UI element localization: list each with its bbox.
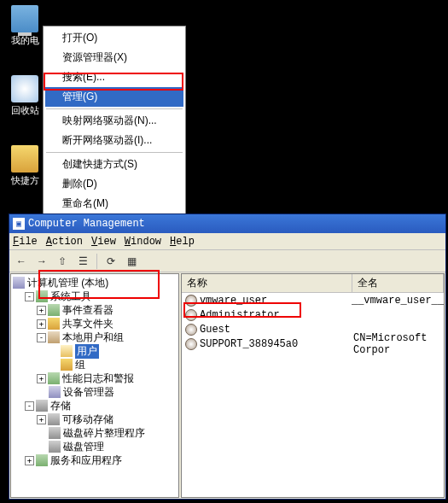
expand-toggle[interactable]: - xyxy=(25,401,34,411)
up-button[interactable]: ⇧ xyxy=(54,253,71,270)
menu-item-explorer[interactable]: 资源管理器(X) xyxy=(45,48,183,67)
user-icon xyxy=(185,324,197,336)
tree-label: 性能日志和警报 xyxy=(62,371,134,386)
menu-separator xyxy=(46,152,183,153)
tree-item[interactable]: +服务和应用程序 xyxy=(11,453,178,467)
disk-icon xyxy=(49,441,61,453)
tree-label: 系统工具 xyxy=(50,290,91,304)
desktop-icon-label: 回收站 xyxy=(3,104,46,117)
tree-item[interactable]: 磁盘管理 xyxy=(11,440,178,453)
desktop-icon-shortcut[interactable]: 快捷方 xyxy=(3,145,46,187)
computer-icon xyxy=(11,5,38,32)
desktop-icon-label: 我的电 xyxy=(3,34,46,47)
forward-button[interactable]: → xyxy=(33,253,50,270)
show-hide-button[interactable]: ☰ xyxy=(74,253,91,270)
cell-fullname: CN=Microsoft Corpor xyxy=(353,332,444,356)
menu-help[interactable]: Help xyxy=(170,236,195,248)
refresh-button[interactable]: ⟳ xyxy=(102,253,119,270)
cell-fullname: __vmware_user__ xyxy=(352,295,444,307)
cell-name: vmware_user xyxy=(200,295,352,307)
expand-toggle[interactable]: + xyxy=(37,374,46,383)
context-menu: 打开(O) 资源管理器(X) 搜索(E)... 管理(G) 映射网络驱动器(N)… xyxy=(43,26,186,240)
expand-toggle[interactable]: - xyxy=(25,292,34,301)
tree-label: 磁盘管理 xyxy=(63,440,104,454)
app-icon: ▣ xyxy=(13,218,25,230)
menu-file[interactable]: File xyxy=(13,236,38,248)
disk-icon xyxy=(36,400,48,412)
cell-name: Guest xyxy=(200,324,353,336)
export-button[interactable]: ▦ xyxy=(123,253,140,270)
tree-item[interactable]: -系统工具 xyxy=(11,290,178,303)
menu-window[interactable]: Window xyxy=(125,236,161,248)
tree-item[interactable]: 设备管理器 xyxy=(11,385,178,399)
tree-label: 事件查看器 xyxy=(62,303,113,318)
folder-icon xyxy=(11,145,38,173)
expand-toggle[interactable]: + xyxy=(37,415,46,424)
folder-icon xyxy=(61,359,73,371)
tree-item[interactable]: +可移动存储 xyxy=(11,412,178,426)
tree-label: 磁盘碎片整理程序 xyxy=(63,426,145,441)
menu-item-open[interactable]: 打开(O) xyxy=(45,28,183,48)
tree-item[interactable]: -本地用户和组 xyxy=(11,330,178,344)
desktop-icon-label: 快捷方 xyxy=(3,174,46,187)
col-header-name[interactable]: 名称 xyxy=(182,274,352,292)
user-row[interactable]: SUPPORT_388945a0CN=Microsoft Corpor xyxy=(182,336,444,351)
user-icon xyxy=(185,338,197,350)
tool-icon xyxy=(48,372,60,384)
menu-item-search[interactable]: 搜索(E)... xyxy=(45,67,183,87)
cell-name: Administrator xyxy=(200,309,353,321)
tree-item[interactable]: +事件查看器 xyxy=(11,303,178,317)
tree-item[interactable]: -存储 xyxy=(11,399,178,412)
tree-label: 存储 xyxy=(50,399,71,413)
recycle-icon xyxy=(11,75,38,102)
toolbar: ← → ⇧ ☰ ⟳ ▦ xyxy=(9,250,445,272)
titlebar[interactable]: ▣ Computer Management xyxy=(9,214,445,233)
menu-item-rename[interactable]: 重命名(M) xyxy=(45,194,183,213)
window-title: Computer Management xyxy=(28,218,145,230)
user-icon xyxy=(185,295,197,307)
tree-item[interactable]: 组 xyxy=(11,358,178,371)
user-icon xyxy=(185,309,197,321)
expand-toggle[interactable]: + xyxy=(25,456,34,465)
tree-label: 本地用户和组 xyxy=(62,330,124,345)
tree-label: 计算机管理 (本地) xyxy=(27,276,108,290)
menu-item-manage[interactable]: 管理(G) xyxy=(45,87,183,107)
list-header: 名称 全名 xyxy=(182,274,444,293)
tool-icon xyxy=(36,290,48,302)
tree-label: 设备管理器 xyxy=(63,385,114,400)
menu-view[interactable]: View xyxy=(91,236,116,248)
expand-toggle[interactable]: - xyxy=(37,333,46,342)
back-button[interactable]: ← xyxy=(13,253,30,270)
tree-item[interactable]: 磁盘碎片整理程序 xyxy=(11,426,178,440)
expand-toggle[interactable]: + xyxy=(37,306,46,315)
expand-toggle[interactable]: + xyxy=(37,319,46,329)
mgmt-icon xyxy=(49,386,61,398)
desktop-icon-my-computer[interactable]: 我的电 xyxy=(3,5,46,47)
tree-label: 用户 xyxy=(75,344,99,359)
folder-icon xyxy=(48,318,60,330)
menu-item-delete[interactable]: 删除(D) xyxy=(45,174,183,194)
desktop-icon-recycle[interactable]: 回收站 xyxy=(3,75,46,117)
cell-name: SUPPORT_388945a0 xyxy=(200,338,353,350)
list-pane[interactable]: 名称 全名 vmware_user__vmware_user__Administ… xyxy=(181,273,445,498)
tree-item[interactable]: 用户 xyxy=(11,344,178,358)
menu-item-map-drive[interactable]: 映射网络驱动器(N)... xyxy=(45,111,183,131)
menu-action[interactable]: Action xyxy=(46,236,83,248)
tree-label: 服务和应用程序 xyxy=(50,453,122,468)
user-row[interactable]: Administrator xyxy=(182,307,444,322)
tree-pane[interactable]: 计算机管理 (本地) -系统工具+事件查看器+共享文件夹-本地用户和组用户组+性… xyxy=(10,273,179,498)
tree-label: 组 xyxy=(75,358,85,372)
menu-separator xyxy=(46,108,183,109)
desktop: 我的电 回收站 快捷方 打开(O) 资源管理器(X) 搜索(E)... 管理(G… xyxy=(0,0,448,213)
col-header-fullname[interactable]: 全名 xyxy=(352,274,444,292)
tree-item[interactable]: +共享文件夹 xyxy=(11,317,178,330)
user-row[interactable]: vmware_user__vmware_user__ xyxy=(182,293,444,307)
tree-label: 可移动存储 xyxy=(62,412,113,427)
disk-icon xyxy=(48,413,60,425)
tree-item[interactable]: +性能日志和警报 xyxy=(11,371,178,385)
computer-management-window: ▣ Computer Management File Action View W… xyxy=(9,213,446,500)
tree-root[interactable]: 计算机管理 (本地) xyxy=(11,276,178,290)
menu-item-create-shortcut[interactable]: 创建快捷方式(S) xyxy=(45,155,183,174)
users-icon xyxy=(48,331,60,343)
menu-item-disconnect-drive[interactable]: 断开网络驱动器(I)... xyxy=(45,131,183,150)
